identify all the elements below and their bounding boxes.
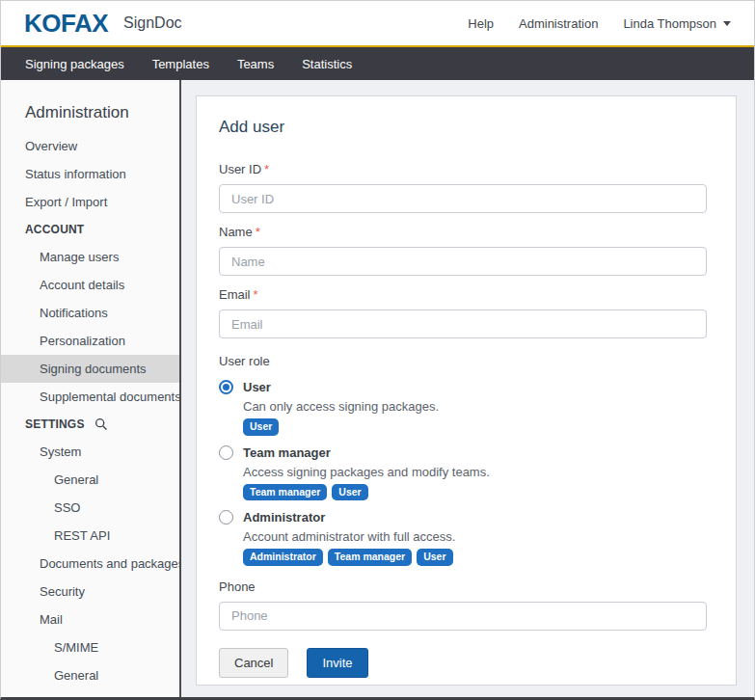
role-radio-administrator[interactable] — [219, 510, 233, 525]
name-input[interactable] — [219, 247, 707, 276]
header-link-help[interactable]: Help — [468, 16, 494, 31]
sidebar: Administration OverviewStatus informatio… — [1, 80, 181, 697]
sidebar-item-system[interactable]: System — [1, 438, 179, 466]
sidebar-item-label: Notifications — [40, 306, 108, 320]
sidebar-section-account: ACCOUNT — [1, 216, 179, 243]
role-option-head-team-manager[interactable]: Team manager — [219, 445, 707, 460]
sidebar-item-label: System — [40, 444, 81, 459]
user-name: Linda Thompson — [623, 16, 716, 31]
email-field: Email* — [219, 287, 707, 338]
sidebar-item-label: Export / Import — [25, 195, 107, 209]
email-label-text: Email — [219, 287, 251, 302]
sidebar-title: Administration — [25, 103, 179, 122]
user-id-input[interactable] — [219, 184, 707, 213]
phone-field-wrap: Phone — [219, 579, 707, 631]
role-radio-user[interactable] — [219, 380, 233, 394]
sidebar-item-personalization[interactable]: Personalization — [1, 327, 179, 355]
user-role-label: User role — [219, 354, 707, 368]
role-badge-user: User — [417, 549, 452, 566]
nav-item-teams[interactable]: Teams — [237, 57, 274, 71]
signdoc-app: KOFAX SignDoc HelpAdministrationLinda Th… — [0, 0, 755, 700]
nav-item-statistics[interactable]: Statistics — [302, 57, 352, 71]
sidebar-item-label: SETTINGS — [25, 417, 85, 431]
sidebar-item-label: General — [54, 472, 98, 487]
sidebar-item-supplemental-documents[interactable]: Supplemental documents — [1, 383, 179, 411]
sidebar-item-label: Account details — [40, 278, 124, 292]
sidebar-item-overview[interactable]: Overview — [1, 132, 179, 160]
phone-label: Phone — [219, 579, 707, 594]
header-link-administration[interactable]: Administration — [519, 16, 598, 31]
cancel-button[interactable]: Cancel — [219, 648, 288, 678]
sidebar-item-s-mime[interactable]: S/MIME — [1, 633, 179, 661]
role-option-head-administrator[interactable]: Administrator — [219, 510, 707, 525]
sidebar-item-label: Status information — [25, 167, 126, 181]
sidebar-item-label: SMTP — [54, 696, 89, 697]
kofax-logo[interactable]: KOFAX — [24, 11, 108, 36]
sidebar-item-label: REST API — [54, 528, 110, 543]
sidebar-item-sso[interactable]: SSO — [1, 494, 179, 522]
sidebar-item-label: Security — [40, 584, 85, 599]
nav-item-signing-packages[interactable]: Signing packages — [25, 57, 124, 71]
sidebar-item-account-details[interactable]: Account details — [1, 271, 179, 299]
role-option-team-manager: Team managerAccess signing packages and … — [219, 445, 707, 501]
phone-label-text: Phone — [219, 579, 256, 594]
role-badge-team-manager: Team manager — [328, 549, 412, 566]
role-radio-team-manager[interactable] — [219, 445, 233, 460]
sidebar-item-label: Personalization — [40, 334, 125, 348]
search-icon[interactable] — [94, 417, 108, 431]
form-actions: Cancel Invite — [219, 648, 707, 678]
sidebar-item-mail[interactable]: Mail — [1, 606, 179, 633]
sidebar-item-label: Mail — [40, 612, 63, 627]
role-badges-team-manager: Team managerUser — [243, 484, 707, 501]
product-name: SignDoc — [123, 14, 181, 32]
role-badge-user: User — [243, 418, 279, 436]
role-description-administrator: Account administrator with full access. — [243, 529, 707, 544]
sidebar-item-label: Documents and packages — [40, 556, 181, 571]
page-title: Add user — [219, 118, 707, 137]
email-label: Email* — [219, 287, 707, 302]
form-fields: User ID*Name*Email* — [219, 162, 707, 338]
sidebar-item-label: SSO — [54, 500, 80, 515]
sidebar-section-settings: SETTINGS — [1, 411, 179, 438]
sidebar-item-security[interactable]: Security — [1, 578, 179, 606]
role-description-user: Can only access signing packages. — [243, 399, 707, 414]
sidebar-item-label: General — [54, 668, 98, 683]
role-option-head-user[interactable]: User — [219, 380, 707, 394]
sidebar-items: OverviewStatus informationExport / Impor… — [1, 132, 179, 697]
role-badge-user: User — [332, 484, 367, 501]
invite-button[interactable]: Invite — [307, 648, 367, 678]
user-menu[interactable]: Linda Thompson — [623, 16, 731, 31]
name-label: Name* — [219, 225, 707, 239]
phone-input[interactable] — [219, 602, 707, 631]
sidebar-item-signing-documents[interactable]: Signing documents — [1, 355, 179, 383]
sidebar-item-export-import[interactable]: Export / Import — [1, 188, 179, 216]
sidebar-item-smtp[interactable]: SMTP — [1, 689, 179, 697]
sidebar-item-rest-api[interactable]: REST API — [1, 522, 179, 550]
sidebar-item-general[interactable]: General — [1, 466, 179, 494]
sidebar-item-label: Supplemental documents — [40, 390, 181, 404]
role-option-administrator: AdministratorAccount administrator with … — [219, 510, 707, 566]
sidebar-item-label: S/MIME — [54, 640, 98, 655]
required-asterisk: * — [254, 287, 258, 302]
nav-item-templates[interactable]: Templates — [152, 57, 209, 71]
sidebar-item-notifications[interactable]: Notifications — [1, 299, 179, 327]
role-name-user: User — [243, 380, 271, 394]
content-area: Administration OverviewStatus informatio… — [1, 80, 754, 697]
sidebar-item-label: Overview — [25, 139, 77, 153]
role-name-administrator: Administrator — [243, 510, 325, 525]
sidebar-item-general-mail[interactable]: General — [1, 661, 179, 689]
user-id-field: User ID* — [219, 162, 707, 213]
chevron-down-icon — [723, 21, 731, 26]
sidebar-item-manage-users[interactable]: Manage users — [1, 243, 179, 271]
sidebar-item-status-information[interactable]: Status information — [1, 160, 179, 188]
email-input[interactable] — [219, 310, 707, 338]
sidebar-item-documents-and-packages[interactable]: Documents and packages — [1, 550, 179, 578]
add-user-panel: Add user User ID*Name*Email* User role U… — [196, 95, 737, 686]
required-asterisk: * — [256, 225, 260, 239]
role-description-team-manager: Access signing packages and modify teams… — [243, 465, 707, 479]
sidebar-item-label: Manage users — [40, 250, 119, 264]
user-role-group: User role UserCan only access signing pa… — [219, 354, 707, 566]
phone-field: Phone — [219, 579, 707, 631]
user-role-options: UserCan only access signing packages.Use… — [219, 380, 707, 566]
user-id-label-text: User ID — [219, 162, 261, 176]
